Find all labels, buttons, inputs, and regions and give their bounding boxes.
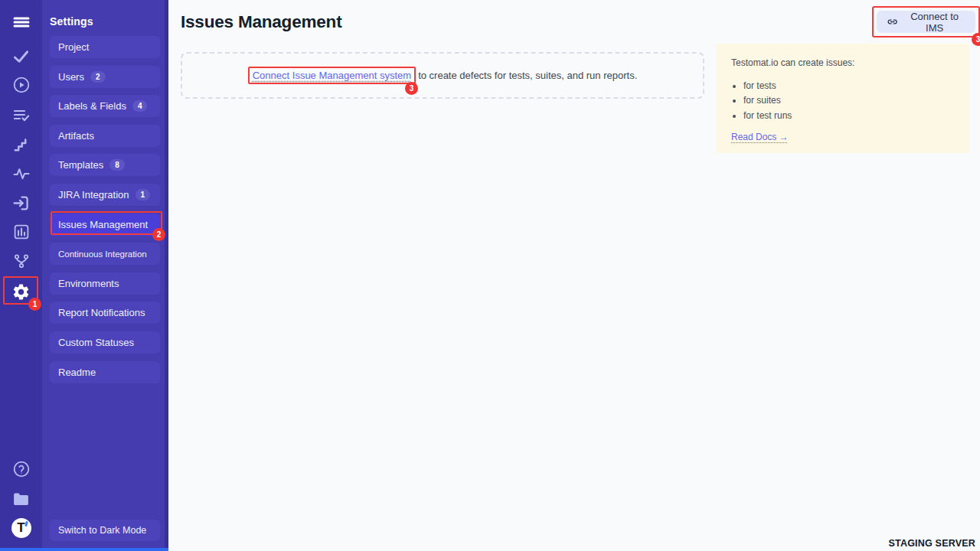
sidebar-item-templates[interactable]: Templates8 <box>50 154 160 176</box>
info-panel: Testomat.io can create issues: for tests… <box>716 44 969 153</box>
sidebar-item-continuous-integration[interactable]: Continuous Integration <box>50 243 160 265</box>
info-panel-title: Testomat.io can create issues: <box>731 57 954 68</box>
empty-state-box: Connect Issue Management system 3 to cre… <box>181 52 704 99</box>
sidebar-item-label: Users <box>58 71 84 83</box>
info-bullet: for suites <box>743 93 954 108</box>
sidebar-item-label: Project <box>58 41 89 53</box>
sidebar-item-label: Templates <box>58 159 103 171</box>
steps-icon[interactable] <box>0 135 42 155</box>
sidebar-item-count-badge: 8 <box>109 159 125 171</box>
bottom-accent-bar <box>0 548 168 551</box>
connect-ims-link[interactable]: Connect Issue Management system <box>253 70 411 81</box>
icon-rail: T <box>0 0 42 548</box>
sidebar-item-labels-fields[interactable]: Labels & Fields4 <box>50 95 160 117</box>
sidebar-item-jira-integration[interactable]: JIRA Integration1 <box>50 184 160 206</box>
sidebar-item-count-badge: 1 <box>136 189 151 201</box>
testomat-logo[interactable]: T <box>0 518 42 538</box>
sidebar-item-label: Custom Statuses <box>58 337 134 348</box>
sidebar-item-label: Artifacts <box>58 130 94 142</box>
sidebar-item-label: Labels & Fields <box>58 100 126 112</box>
link-icon <box>887 15 898 28</box>
sidebar-item-report-notifications[interactable]: Report Notifications <box>50 302 160 324</box>
logo-circle: T <box>11 518 31 538</box>
staging-server-label: STAGING SERVER <box>889 538 975 549</box>
dark-mode-toggle-button[interactable]: Switch to Dark Mode <box>50 520 160 541</box>
help-circle-icon[interactable] <box>0 459 42 479</box>
check-icon[interactable] <box>0 46 42 66</box>
sidebar-item-label: Report Notifications <box>58 307 145 318</box>
sidebar-title: Settings <box>50 15 93 28</box>
sign-in-icon[interactable] <box>0 193 42 213</box>
annotation-box-connect-button: Connect to IMS 3 <box>872 6 980 37</box>
read-docs-link[interactable]: Read Docs → <box>731 132 789 142</box>
logo-accent <box>24 521 28 527</box>
sidebar-item-label: Environments <box>58 278 119 289</box>
list-check-icon[interactable] <box>0 105 42 125</box>
sidebar-item-environments[interactable]: Environments <box>50 272 160 295</box>
page-title: Issues Management <box>181 12 341 32</box>
info-bullet: for test runs <box>743 109 954 123</box>
sidebar-item-label: JIRA Integration <box>58 189 129 201</box>
bar-chart-icon[interactable] <box>0 222 42 242</box>
info-bullet: for tests <box>743 79 954 93</box>
sidebar-item-label: Readme <box>58 367 96 378</box>
sidebar-item-label: Issues Management <box>58 219 148 230</box>
dark-mode-label: Switch to Dark Mode <box>58 525 146 536</box>
info-bullet-list: for testsfor suitesfor test runs <box>731 79 954 123</box>
logo-letter: T <box>17 521 24 534</box>
sidebar-item-artifacts[interactable]: Artifacts <box>50 125 160 147</box>
connect-to-ims-button[interactable]: Connect to IMS <box>877 11 975 33</box>
sidebar-item-issues-management[interactable]: Issues Management <box>50 214 160 236</box>
folder-icon[interactable] <box>0 489 42 509</box>
sidebar-scrollbar[interactable] <box>165 0 168 548</box>
empty-state-sentence: Connect Issue Management system 3 to cre… <box>248 67 638 84</box>
play-circle-icon[interactable] <box>0 75 42 95</box>
annotation-box-connect-link: Connect Issue Management system 3 <box>248 67 416 84</box>
empty-state-text: to create defects for tests, suites, and… <box>418 70 637 81</box>
activity-icon[interactable] <box>0 164 42 184</box>
menu-icon[interactable] <box>0 12 42 32</box>
sidebar-item-project[interactable]: Project <box>50 36 160 58</box>
annotation-badge-3: 3 <box>405 82 418 95</box>
sidebar-item-label: Continuous Integration <box>58 249 147 259</box>
sidebar-item-count-badge: 2 <box>90 71 106 83</box>
connect-to-ims-label: Connect to IMS <box>903 11 965 34</box>
gear-icon[interactable] <box>0 282 42 302</box>
sidebar-item-users[interactable]: Users2 <box>50 66 160 88</box>
settings-sidebar: Settings ProjectUsers2Labels & Fields4Ar… <box>42 0 168 548</box>
sidebar-item-custom-statuses[interactable]: Custom Statuses <box>50 331 160 354</box>
annotation-badge-3: 3 <box>972 33 980 46</box>
sidebar-item-count-badge: 4 <box>132 100 148 112</box>
main-content: Issues Management Connect to IMS 3 Conne… <box>168 0 980 551</box>
sidebar-item-readme[interactable]: Readme <box>50 361 160 383</box>
settings-nav-list: ProjectUsers2Labels & Fields4ArtifactsTe… <box>50 36 160 390</box>
git-branch-icon[interactable] <box>0 251 42 271</box>
